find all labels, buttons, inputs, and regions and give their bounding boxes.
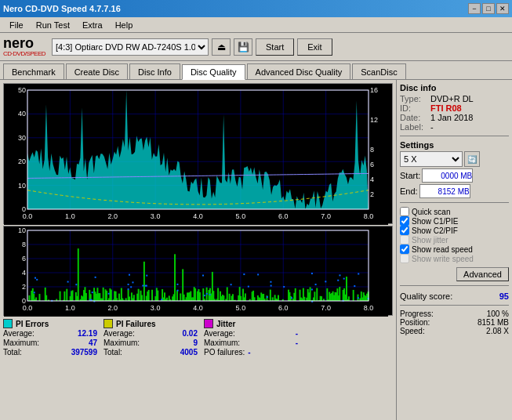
pi-errors-label: PI Errors — [16, 320, 49, 328]
jitter-max-row: Maximum: - — [204, 339, 298, 347]
chart-area: PI Errors Average: 12.19 Maximum: 47 Tot… — [0, 80, 396, 420]
id-value: FTI R08 — [430, 103, 462, 113]
start-mb-row: Start: — [400, 168, 509, 183]
eject-button[interactable]: ⏏ — [212, 38, 231, 56]
write-speed-row: Show write speed — [400, 254, 509, 263]
quick-scan-label: Quick scan — [412, 208, 450, 216]
disc-id-row: ID: FTI R08 — [400, 103, 509, 113]
refresh-button[interactable]: 🔄 — [464, 151, 480, 167]
progress-label: Progress: — [400, 310, 434, 318]
tab-disc-quality[interactable]: Disc Quality — [182, 64, 245, 80]
window-controls: − □ ✕ — [468, 3, 509, 14]
pi-failures-max-value: 9 — [193, 339, 198, 347]
speed-row: 5 X 1 X 2 X 4 X 8 X Max 🔄 — [400, 151, 509, 167]
tab-disc-info[interactable]: Disc Info — [129, 63, 180, 79]
c2-pif-checkbox[interactable] — [400, 226, 409, 235]
pi-errors-max-value: 47 — [89, 339, 97, 347]
pi-errors-total-label: Total: — [3, 348, 22, 357]
pi-errors-avg-value: 12.19 — [78, 329, 97, 338]
exit-button[interactable]: Exit — [297, 38, 332, 56]
bottom-chart — [3, 226, 393, 316]
menu-run-test[interactable]: Run Test — [30, 19, 76, 31]
tab-benchmark[interactable]: Benchmark — [3, 63, 64, 79]
pi-errors-stats: PI Errors Average: 12.19 Maximum: 47 Tot… — [3, 319, 97, 357]
pi-errors-header: PI Errors — [3, 319, 97, 328]
speed-value: 2.08 X — [486, 327, 509, 335]
type-value: DVD+R DL — [430, 94, 474, 103]
stats-row: PI Errors Average: 12.19 Maximum: 47 Tot… — [3, 317, 393, 358]
c1-pie-checkbox[interactable] — [400, 216, 409, 226]
speed-row-progress: Speed: 2.08 X — [400, 327, 509, 335]
write-speed-label: Show write speed — [412, 255, 474, 263]
c1-pie-label: Show C1/PIE — [412, 217, 458, 226]
start-mb-input[interactable] — [422, 168, 473, 183]
jitter-header: Jitter — [204, 319, 298, 328]
titlebar: Nero CD-DVD Speed 4.7.7.16 − □ ✕ — [0, 0, 512, 17]
settings-section: Settings 5 X 1 X 2 X 4 X 8 X Max 🔄 Start… — [400, 140, 509, 198]
jitter-checkbox — [400, 235, 409, 244]
speed-selector[interactable]: 5 X 1 X 2 X 4 X 8 X Max — [400, 151, 463, 167]
pi-errors-avg-label: Average: — [3, 329, 34, 338]
jitter-label: Jitter — [216, 320, 235, 328]
main-content: PI Errors Average: 12.19 Maximum: 47 Tot… — [0, 80, 512, 420]
c1-pie-row: Show C1/PIE — [400, 216, 509, 226]
jitter-color — [204, 319, 213, 328]
settings-title: Settings — [400, 140, 509, 150]
read-speed-checkbox[interactable] — [400, 244, 409, 254]
start-mb-label: Start: — [400, 171, 420, 180]
disc-info-section: Disc info Type: DVD+R DL ID: FTI R08 Dat… — [400, 83, 509, 132]
tab-create-disc[interactable]: Create Disc — [66, 63, 128, 79]
logo-nero: nero — [3, 36, 45, 50]
read-speed-label: Show read speed — [412, 245, 473, 254]
po-failures-value: - — [248, 348, 250, 357]
app-title: Nero CD-DVD Speed 4.7.7.16 — [3, 4, 121, 13]
end-mb-input[interactable] — [419, 184, 470, 198]
progress-value: 100 % — [487, 310, 509, 318]
pi-failures-label: PI Failures — [116, 320, 156, 328]
maximize-button[interactable]: □ — [482, 3, 495, 14]
date-value: 1 Jan 2018 — [430, 113, 473, 122]
pi-failures-header: PI Failures — [103, 319, 198, 328]
separator-3 — [400, 285, 509, 286]
toolbar: nero CD·DVD/SPEED [4:3] Optiarc DVD RW A… — [0, 33, 512, 61]
menubar: File Run Test Extra Help — [0, 17, 512, 33]
tab-advanced-disc-quality[interactable]: Advanced Disc Quality — [247, 63, 351, 79]
menu-file[interactable]: File — [3, 19, 30, 31]
pi-failures-avg-value: 0.02 — [183, 329, 198, 338]
quality-score-label: Quality score: — [400, 291, 452, 301]
pi-errors-total-value: 397599 — [71, 348, 97, 357]
tab-scan-disc[interactable]: ScanDisc — [352, 63, 405, 79]
right-panel: Disc info Type: DVD+R DL ID: FTI R08 Dat… — [396, 80, 512, 420]
save-button[interactable]: 💾 — [234, 38, 252, 56]
pi-failures-color — [103, 319, 113, 328]
menu-extra[interactable]: Extra — [76, 19, 109, 31]
separator-4 — [400, 305, 509, 306]
label-value: - — [430, 122, 434, 132]
tab-bar: Benchmark Create Disc Disc Info Disc Qua… — [0, 61, 512, 80]
position-label: Position: — [400, 318, 430, 327]
c2-pif-label: Show C2/PIF — [412, 226, 458, 235]
minimize-button[interactable]: − — [468, 3, 481, 14]
jitter-stats: Jitter Average: - Maximum: - PO failures… — [204, 319, 298, 357]
advanced-button[interactable]: Advanced — [456, 267, 509, 281]
quality-score-value: 95 — [499, 291, 509, 301]
start-button[interactable]: Start — [256, 38, 294, 56]
pi-failures-avg-label: Average: — [103, 329, 135, 338]
drive-selector[interactable]: [4:3] Optiarc DVD RW AD-7240S 1.04 — [52, 38, 209, 56]
logo: nero CD·DVD/SPEED — [3, 36, 45, 57]
pi-failures-total-row: Total: 4005 — [103, 348, 198, 357]
close-button[interactable]: ✕ — [496, 3, 509, 14]
jitter-label: Show jitter — [412, 236, 448, 244]
jitter-avg-value: - — [296, 329, 298, 338]
checkboxes-section: Quick scan Show C1/PIE Show C2/PIF Show … — [400, 207, 509, 263]
speed-label: Speed: — [400, 327, 425, 335]
jitter-row: Show jitter — [400, 235, 509, 244]
menu-help[interactable]: Help — [109, 19, 140, 31]
logo-sub: CD·DVD/SPEED — [3, 50, 45, 57]
end-mb-row: End: — [400, 184, 509, 198]
jitter-max-value: - — [296, 339, 298, 347]
quick-scan-checkbox[interactable] — [400, 207, 409, 216]
jitter-max-label: Maximum: — [204, 339, 240, 347]
read-speed-row: Show read speed — [400, 244, 509, 254]
pi-failures-max-row: Maximum: 9 — [103, 339, 198, 347]
